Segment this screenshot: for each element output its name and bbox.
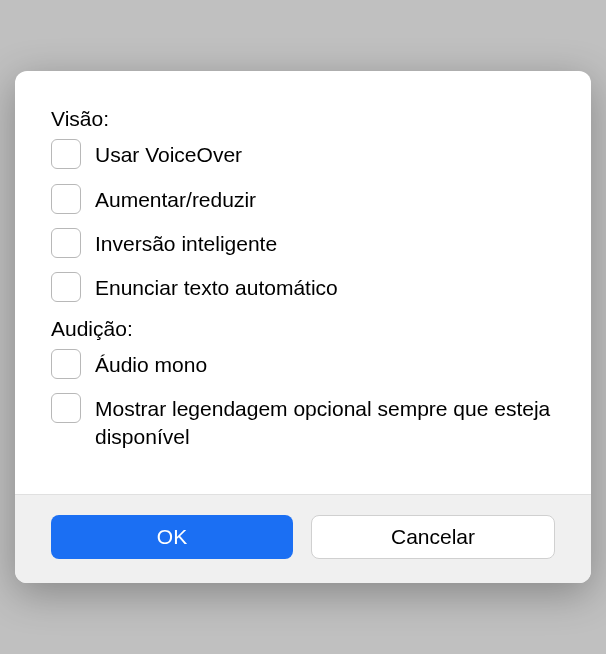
checkbox-label: Aumentar/reduzir <box>95 184 256 214</box>
vision-section-label: Visão: <box>51 107 555 131</box>
checkbox-label: Inversão inteligente <box>95 228 277 258</box>
checkbox-label: Usar VoiceOver <box>95 139 242 169</box>
checkbox-zoom[interactable] <box>51 184 81 214</box>
ok-button[interactable]: OK <box>51 515 293 559</box>
checkbox-row-mono-audio: Áudio mono <box>51 349 555 379</box>
hearing-section-label: Audição: <box>51 317 555 341</box>
checkbox-closed-captions[interactable] <box>51 393 81 423</box>
vision-section: Visão: Usar VoiceOver Aumentar/reduzir I… <box>51 107 555 302</box>
checkbox-voiceover[interactable] <box>51 139 81 169</box>
checkbox-label: Áudio mono <box>95 349 207 379</box>
checkbox-row-voiceover: Usar VoiceOver <box>51 139 555 169</box>
checkbox-mono-audio[interactable] <box>51 349 81 379</box>
dialog-content: Visão: Usar VoiceOver Aumentar/reduzir I… <box>15 71 591 493</box>
checkbox-row-closed-captions: Mostrar legendagem opcional sempre que e… <box>51 393 555 452</box>
checkbox-smart-invert[interactable] <box>51 228 81 258</box>
checkbox-row-smart-invert: Inversão inteligente <box>51 228 555 258</box>
checkbox-speak-autotext[interactable] <box>51 272 81 302</box>
checkbox-row-zoom: Aumentar/reduzir <box>51 184 555 214</box>
checkbox-row-speak-autotext: Enunciar texto automático <box>51 272 555 302</box>
accessibility-dialog: Visão: Usar VoiceOver Aumentar/reduzir I… <box>15 71 591 582</box>
cancel-button[interactable]: Cancelar <box>311 515 555 559</box>
checkbox-label: Enunciar texto automático <box>95 272 338 302</box>
hearing-section: Audição: Áudio mono Mostrar legendagem o… <box>51 317 555 452</box>
dialog-footer: OK Cancelar <box>15 494 591 583</box>
checkbox-label: Mostrar legendagem opcional sempre que e… <box>95 393 555 452</box>
